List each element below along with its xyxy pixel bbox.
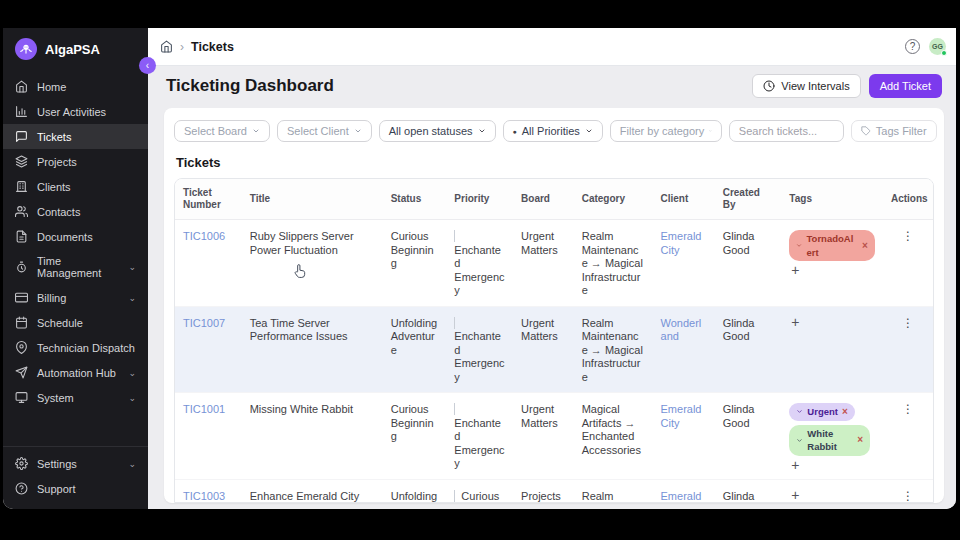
app-window: AlgaPSA Home User Activities Tickets Pro… <box>3 28 956 509</box>
remove-tag-icon[interactable]: × <box>842 405 848 419</box>
ticket-number-link[interactable]: TIC1007 <box>183 317 225 329</box>
column-header-ticket-number: Ticket Number <box>175 179 242 220</box>
tickets-card: Select Board Select Client All open stat… <box>164 108 944 503</box>
sidebar-header: AlgaPSA <box>3 28 148 68</box>
remove-tag-icon[interactable]: × <box>862 239 868 253</box>
tag-pill[interactable]: White Rabbit × <box>789 425 870 456</box>
tag-pill[interactable]: Urgent × <box>789 403 854 421</box>
add-tag-button[interactable]: + <box>789 317 801 327</box>
sidebar-item-user-activities[interactable]: User Activities <box>3 99 148 124</box>
row-actions-menu[interactable]: ⋮ <box>902 318 914 328</box>
tag-pill[interactable]: TornadoAlert × <box>789 230 875 261</box>
tag-icon <box>861 126 871 136</box>
sidebar-item-contacts[interactable]: Contacts <box>3 199 148 224</box>
client-link[interactable]: Emerald City <box>661 403 702 429</box>
ticket-board: Urgent Matters <box>513 220 574 307</box>
tags-filter-label: Tags Filter <box>876 125 927 137</box>
sidebar-item-label: Home <box>37 81 136 93</box>
column-header-client: Client <box>653 179 715 220</box>
tags-filter-button[interactable]: Tags Filter <box>851 120 937 142</box>
sidebar-item-clients[interactable]: Clients <box>3 174 148 199</box>
ticket-status: Unfolding Adventure <box>383 479 447 503</box>
sidebar-item-system[interactable]: System ⌄ <box>3 385 148 410</box>
tags-cell: + <box>789 490 875 500</box>
client-link[interactable]: Wonderland <box>661 317 702 343</box>
statuses-dropdown[interactable]: All open statuses <box>379 120 496 142</box>
credit-card-icon <box>15 291 28 304</box>
select-board-label: Select Board <box>184 125 247 137</box>
column-header-board: Board <box>513 179 574 220</box>
row-actions-menu[interactable]: ⋮ <box>902 231 914 241</box>
clock-icon <box>763 80 775 92</box>
add-ticket-button[interactable]: Add Ticket <box>869 74 942 98</box>
sidebar-item-label: Support <box>37 483 136 495</box>
sidebar-item-documents[interactable]: Documents <box>3 224 148 249</box>
priorities-dropdown[interactable]: ● All Priorities <box>503 120 603 142</box>
sidebar-collapse-button[interactable]: ‹ <box>139 57 156 74</box>
table-header-row: Ticket Number Title Status Priority Boar… <box>175 179 933 220</box>
chevron-right-icon: › <box>180 40 184 54</box>
client-link[interactable]: Emerald City <box>661 490 702 504</box>
sidebar-item-billing[interactable]: Billing ⌄ <box>3 285 148 310</box>
statuses-label: All open statuses <box>389 125 473 137</box>
ticket-title: Ruby Slippers Server Power Fluctuation <box>242 220 383 307</box>
algapsa-logo-icon <box>15 38 37 60</box>
sidebar-item-schedule[interactable]: Schedule <box>3 310 148 335</box>
sidebar-item-technician-dispatch[interactable]: Technician Dispatch <box>3 335 148 360</box>
add-ticket-label: Add Ticket <box>880 80 931 92</box>
column-header-created-by: Created By <box>715 179 782 220</box>
category-filter-dropdown[interactable]: Filter by category <box>610 120 722 142</box>
layers-icon <box>15 155 28 168</box>
chevron-down-icon <box>796 437 803 444</box>
search-input[interactable] <box>729 120 844 142</box>
ticket-board: Urgent Matters <box>513 306 574 393</box>
breadcrumb[interactable]: Tickets <box>191 40 234 54</box>
ticket-board: Projects <box>513 479 574 503</box>
help-icon[interactable]: ? <box>905 39 920 54</box>
sidebar-footer: Settings ⌄ Support <box>3 446 148 509</box>
row-actions-menu[interactable]: ⋮ <box>902 491 914 501</box>
ticket-number-link[interactable]: TIC1003 <box>183 490 225 502</box>
ticket-number-link[interactable]: TIC1006 <box>183 230 225 242</box>
add-tag-button[interactable]: + <box>789 265 801 275</box>
ticket-created-by: Glinda Good <box>715 220 782 307</box>
table-row[interactable]: TIC1007 Tea Time Server Performance Issu… <box>175 306 933 393</box>
tickets-table: Ticket Number Title Status Priority Boar… <box>174 178 934 503</box>
column-header-category: Category <box>574 179 653 220</box>
avatar[interactable]: GG <box>929 38 946 55</box>
sidebar-item-support[interactable]: Support <box>3 476 148 501</box>
select-board-dropdown[interactable]: Select Board <box>174 120 270 142</box>
column-header-priority: Priority <box>446 179 513 220</box>
calendar-icon <box>15 316 28 329</box>
sidebar-item-automation-hub[interactable]: Automation Hub ⌄ <box>3 360 148 385</box>
bar-chart-icon <box>15 105 28 118</box>
add-tag-button[interactable]: + <box>789 490 801 500</box>
chevron-down-icon: ⌄ <box>128 262 136 272</box>
sidebar-item-tickets[interactable]: Tickets <box>3 124 148 149</box>
chevron-down-icon <box>585 127 593 135</box>
ticket-priority: Enchanted Emergency <box>454 417 504 470</box>
sidebar-item-settings[interactable]: Settings ⌄ <box>3 451 148 476</box>
tags-cell: TornadoAlert × + <box>789 230 875 275</box>
home-breadcrumb-icon[interactable] <box>160 40 173 53</box>
row-actions-menu[interactable]: ⋮ <box>902 404 914 414</box>
map-pin-icon <box>15 341 28 354</box>
column-header-status: Status <box>383 179 447 220</box>
remove-tag-icon[interactable]: × <box>857 433 863 447</box>
chevron-down-icon: ⌄ <box>128 293 136 303</box>
select-client-dropdown[interactable]: Select Client <box>277 120 372 142</box>
sidebar-item-label: Technician Dispatch <box>37 342 136 354</box>
table-row[interactable]: TIC1001 Missing White Rabbit Curious Beg… <box>175 393 933 480</box>
ticket-number-link[interactable]: TIC1001 <box>183 403 225 415</box>
view-intervals-button[interactable]: View Intervals <box>752 74 860 98</box>
add-tag-button[interactable]: + <box>789 460 801 470</box>
ticket-title: Missing White Rabbit <box>242 393 383 480</box>
sidebar-item-home[interactable]: Home <box>3 74 148 99</box>
column-header-tags: Tags <box>781 179 883 220</box>
header-actions: View Intervals Add Ticket <box>752 74 942 98</box>
sidebar-item-projects[interactable]: Projects <box>3 149 148 174</box>
sidebar-item-time-management[interactable]: Time Management ⌄ <box>3 249 148 285</box>
table-row[interactable]: TIC1006 Ruby Slippers Server Power Fluct… <box>175 220 933 307</box>
table-row[interactable]: TIC1003 Enhance Emerald City Gardens Unf… <box>175 479 933 503</box>
client-link[interactable]: Emerald City <box>661 230 702 256</box>
